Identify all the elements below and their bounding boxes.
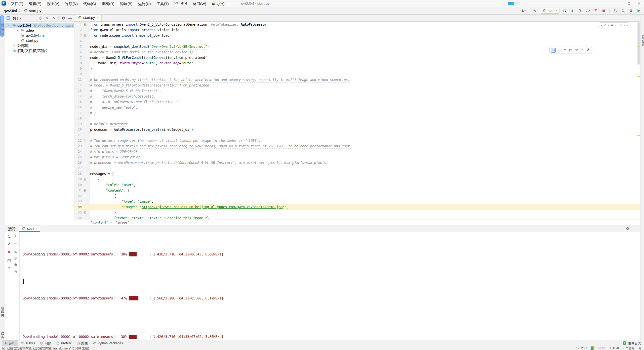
menu-运行[interactable]: 运行(U) [136, 0, 153, 7]
hide-run-panel-icon[interactable]: — [633, 226, 638, 231]
chevron-down-icon[interactable]: ▾ [20, 17, 21, 19]
code-line-15[interactable]: 15# attn_implementation="flash_attention… [74, 99, 640, 105]
encoding-widget[interactable]: UTF-8 [610, 346, 619, 350]
code-line-35[interactable]: 35 }, [74, 210, 640, 215]
caret-position-widget[interactable]: 17523:1 [576, 346, 587, 350]
close-tab-icon[interactable]: × [97, 16, 99, 20]
menu-代码[interactable]: 代码(C) [81, 0, 99, 7]
stop-button[interactable] [601, 8, 606, 14]
fold-marker-icon[interactable] [84, 189, 86, 192]
rerun-icon[interactable] [7, 234, 12, 239]
tree-item-临时文件和控制台[interactable]: ›临时文件和控制台 [5, 48, 74, 53]
toolwindow-button-python-packages[interactable]: Python Packages [91, 341, 125, 345]
scrollbar-warning-mark[interactable] [637, 46, 640, 47]
minimize-button[interactable]: — [614, 0, 624, 7]
toolwindow-button-profiler[interactable]: Profiler [54, 341, 73, 345]
code-line-7[interactable]: 7model = Qwen2_5_VLForConditionalGenerat… [74, 55, 640, 60]
tool-settings-wrench-icon[interactable] [586, 48, 590, 53]
move-tool-icon[interactable] [557, 48, 561, 53]
breadcrumb-file[interactable]: start.py [24, 9, 41, 13]
frame-tool-icon[interactable] [568, 48, 573, 53]
event-log-button[interactable]: 1 事件日志 [623, 341, 642, 345]
print-icon[interactable] [13, 262, 18, 267]
code-line-1[interactable]: 1from transformers import Qwen2_5_VLForC… [74, 22, 640, 27]
menu-VCS[interactable]: VCS(S) [172, 0, 190, 7]
code-line-4[interactable]: 4 [74, 38, 640, 44]
code-line-18[interactable]: 18 [74, 116, 640, 121]
arrow-tool-icon[interactable] [580, 48, 585, 53]
code-line-10[interactable]: 10 [74, 71, 640, 77]
code-line-22[interactable]: 22# The default range for the number of … [74, 138, 640, 143]
close-run-tab-icon[interactable]: × [36, 227, 38, 230]
undo-tool-icon[interactable] [562, 48, 567, 53]
project-panel-title[interactable]: 项目 [11, 16, 18, 21]
debug-button[interactable] [570, 8, 575, 14]
stripe-button-structure[interactable]: 结构 [0, 331, 5, 340]
menu-视图[interactable]: 视图(V) [44, 0, 62, 7]
fold-marker-icon[interactable] [84, 23, 86, 26]
stripe-button-favorites[interactable]: 收藏夹 [0, 306, 5, 318]
stop-icon[interactable] [7, 249, 12, 254]
pin-icon[interactable] [7, 266, 12, 271]
console-settings-gear-icon[interactable] [625, 226, 630, 231]
menu-窗口[interactable]: 窗口(W) [190, 0, 209, 7]
panel-settings-gear-icon[interactable] [61, 16, 66, 21]
fold-marker-icon[interactable] [84, 123, 86, 125]
toolwindow-button-run[interactable]: 运行 [2, 340, 18, 346]
scrollbar-thumb[interactable] [637, 22, 640, 65]
scrolldown-icon[interactable] [13, 234, 18, 239]
run-button[interactable] [562, 8, 567, 14]
fold-marker-icon[interactable] [84, 34, 86, 37]
user-account-icon[interactable]: ▾ [520, 8, 526, 14]
code-line-3[interactable]: 3from modelscope import snapshot_downloa… [74, 33, 640, 38]
run-configuration-select[interactable]: start ▾ [540, 8, 559, 14]
menu-工具[interactable]: 工具(T) [154, 0, 171, 7]
run-with-coverage-icon[interactable] [577, 8, 583, 14]
code-line-19[interactable]: 19# default processer [74, 121, 640, 127]
prev-problem-icon[interactable]: ∧ [623, 24, 625, 27]
code-line-2[interactable]: 2from qwen_vl_utils import process_visio… [74, 27, 640, 33]
code-line-13[interactable]: 13# "Qwen/Qwen2.5-VL-3B-Instruct", [74, 88, 640, 94]
close-button[interactable]: × [634, 0, 644, 7]
tree-item-qw2.5vl.iml[interactable]: qw2.5vl.iml [5, 33, 74, 38]
fold-marker-icon[interactable] [84, 79, 86, 81]
fold-marker-icon[interactable] [84, 195, 86, 197]
code-line-34[interactable]: 34 "image": "https://qianwen-res.oss-cn-… [74, 204, 640, 210]
tree-toggle-icon[interactable]: › [16, 28, 19, 32]
next-problem-icon[interactable]: ∨ [627, 24, 628, 27]
attach-profiler-icon[interactable] [593, 8, 598, 14]
sort-icon[interactable] [13, 242, 18, 247]
toolwindow-button-problems[interactable]: 问题 [37, 340, 53, 346]
indent-widget[interactable]: 4 个空格 [623, 346, 634, 350]
settings-gear-icon[interactable] [628, 8, 634, 14]
keyboard-tool-icon[interactable] [574, 48, 579, 53]
code-line-9[interactable]: 9) [74, 66, 640, 71]
code-line-26[interactable]: 26# processor = AutoProcessor.from_pretr… [74, 160, 640, 165]
code-line-29[interactable]: 29 { [74, 177, 640, 182]
code-line-12[interactable]: 12# model = Qwen2_5_VLForConditionalGene… [74, 82, 640, 88]
run-tab-start[interactable]: start × [19, 225, 40, 232]
menu-文件[interactable]: 文件(F) [8, 0, 26, 7]
breadcrumb-image[interactable]: "image" [115, 221, 129, 224]
tree-toggle-icon[interactable]: › [7, 23, 11, 27]
plugin-logo-icon[interactable] [636, 8, 641, 14]
tree-item-qw2.5vl[interactable]: ›qw2.5vlD:\AppServ\python\qw2.5vl [5, 23, 74, 28]
layout-icon[interactable] [7, 258, 12, 263]
menu-编辑[interactable]: 编辑(E) [26, 0, 44, 7]
profile-run-icon[interactable]: ▾ [585, 8, 591, 14]
trash-icon[interactable] [13, 269, 18, 274]
code-line-36[interactable]: 36 {"type": "text", "text": "Describe th… [74, 215, 640, 219]
readonly-lock-icon[interactable] [638, 347, 641, 350]
code-line-16[interactable]: 16# device_map="auto", [74, 105, 640, 110]
tree-item-start.py[interactable]: start.py [5, 38, 74, 43]
menu-帮助[interactable]: 帮助(H) [209, 0, 227, 7]
search-everywhere-icon[interactable] [620, 8, 626, 14]
code-line-21[interactable]: 21 [74, 132, 640, 138]
menu-导航[interactable]: 导航(N) [62, 0, 80, 7]
translate-icon[interactable]: 文A [613, 8, 618, 14]
fold-marker-icon[interactable] [84, 162, 86, 164]
menu-构建[interactable]: 构建(B) [117, 0, 135, 7]
editor-scrollbar[interactable] [637, 22, 640, 219]
code-line-27[interactable]: 27 [74, 165, 640, 171]
code-line-24[interactable]: 24# min_pixels = 256*28*28 [74, 149, 640, 154]
